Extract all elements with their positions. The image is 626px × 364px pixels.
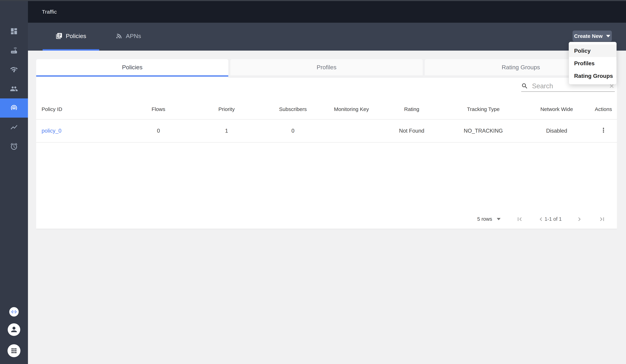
sidebar-item-network-check[interactable] [0,60,28,79]
tab-policies[interactable]: Policies [43,23,99,51]
last-page-icon[interactable] [598,216,606,223]
person-icon [10,325,18,334]
sidebar-item-dashboard[interactable] [0,22,28,41]
subtab-policies-label: Policies [122,64,143,71]
cell-flows: 0 [127,128,190,134]
menu-item-profiles-label: Profiles [574,60,594,67]
subtab-rating-groups-label: Rating Groups [502,64,540,71]
next-page-icon[interactable] [576,216,583,223]
column-header-subscribers: Subscribers [263,106,323,112]
column-header-tracking-type: Tracking Type [443,106,523,112]
sidebar [0,1,28,364]
dashboard-icon [10,27,18,35]
sidebar-item-metrics[interactable] [0,118,28,137]
chevron-down-icon [606,35,610,37]
search-icon [521,83,528,90]
subtab-profiles[interactable]: Profiles [230,59,423,75]
cell-priority: 1 [190,128,263,134]
library-books-icon [56,33,63,39]
menu-item-rating-groups[interactable]: Rating Groups [569,70,616,82]
column-header-rating: Rating [380,106,443,112]
content-area: Policies Profiles Rating Groups Policy I… [28,51,626,364]
create-new-label: Create New [574,33,603,39]
column-header-policy-id: Policy ID [36,106,127,112]
top-tab-bar: Policies APNs Create New [28,23,626,51]
table-row: policy_0 0 1 0 Not Found NO_TRACKING Dis… [36,120,617,143]
people-icon [10,85,18,93]
previous-page-icon[interactable] [537,216,545,223]
menu-item-policy[interactable]: Policy [569,44,616,57]
apps-menu-button[interactable] [7,344,20,357]
create-new-menu: Policy Profiles Rating Groups [569,42,617,84]
page-title: Traffic [42,9,57,15]
cell-tracking-type: NO_TRACKING [443,128,523,134]
sidebar-item-subscribers[interactable] [0,79,28,99]
sidebar-item-alarms[interactable] [0,137,28,156]
tab-apns[interactable]: APNs [99,23,157,51]
subtab-policies[interactable]: Policies [36,59,228,78]
policy-link[interactable]: policy_0 [41,128,62,134]
menu-item-profiles[interactable]: Profiles [569,57,616,70]
first-page-icon[interactable] [516,216,523,223]
api-docs-button[interactable] [9,307,19,317]
column-header-priority: Priority [190,106,263,112]
app-header: Traffic [28,1,626,23]
table-empty-space [36,143,617,209]
cell-rating: Not Found [380,128,443,134]
rows-per-page-label: 5 rows [477,216,492,222]
tab-policies-label: Policies [66,33,86,39]
account-button[interactable] [8,323,20,336]
cell-subscribers: 0 [263,128,323,134]
router-icon [10,46,18,54]
table-header-row: Policy ID Flows Priority Subscribers Mon… [36,94,617,120]
sidebar-item-traffic[interactable] [0,99,28,118]
column-header-network-wide: Network Wide [523,106,590,112]
create-new-button[interactable]: Create New [573,31,612,41]
menu-item-policy-label: Policy [574,48,590,54]
network-check-icon [10,66,18,74]
code-icon [11,308,17,315]
column-header-monitoring-key: Monitoring Key [323,106,380,112]
page-range-label: 1-1 of 1 [545,216,562,222]
column-header-flows: Flows [127,106,190,112]
tab-apns-label: APNs [126,33,141,39]
column-header-actions: Actions [590,106,617,112]
pagination-bar: 5 rows 1-1 of 1 [36,209,617,229]
show-chart-icon [10,123,18,131]
rss-feed-icon [116,33,123,39]
subtab-profiles-label: Profiles [317,64,336,71]
wifi-tethering-icon [10,104,18,112]
policies-table-card: Policy ID Flows Priority Subscribers Mon… [36,78,617,229]
sub-tab-bar: Policies Profiles Rating Groups [36,59,617,78]
cell-network-wide: Disabled [523,128,590,134]
chevron-down-icon [497,218,501,220]
sidebar-item-equipment[interactable] [0,41,28,60]
menu-item-rating-groups-label: Rating Groups [574,73,613,79]
row-actions-menu-button[interactable] [600,127,607,134]
rows-per-page-select[interactable]: 5 rows [477,216,500,222]
search-row [36,78,617,94]
apps-grid-icon [10,347,18,354]
alarm-icon [10,142,18,150]
